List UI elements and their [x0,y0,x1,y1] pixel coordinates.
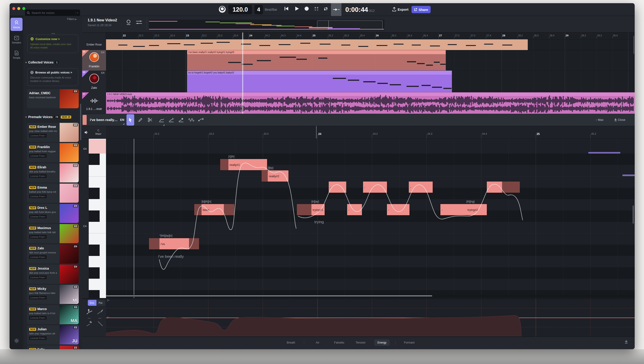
parameter-mode-button[interactable]: Par. [96,300,105,306]
timeline-ruler-label[interactable]: 25.2 [328,34,333,37]
tempo-display[interactable]: 120.0 [228,5,252,14]
piano-keybed[interactable] [89,139,106,298]
scissors-tool-button[interactable] [146,114,154,126]
license-link[interactable]: License Free> [29,316,47,320]
voice-card-franklin[interactable]: NEWFranklinpop ballad funk reggaeLicense… [27,143,79,162]
close-editor-button[interactable]: Close [614,118,625,122]
track-header-instrumental[interactable]: 17 1.9.1 ...-instr [82,92,106,114]
timeline-ruler-label[interactable]: 25.4 [360,34,365,37]
license-link[interactable]: License Free> [29,215,47,218]
black-key[interactable] [89,267,100,279]
auto-scroll-toggle[interactable] [331,3,342,16]
pitch-anchor-tool-button[interactable] [168,114,175,126]
editor-vscrollbar-handle[interactable] [633,206,634,224]
piano-roll-ruler[interactable]: 23.223.323.42424.224.324.42525.2 [106,126,635,139]
timeline-ruler-label[interactable]: 28.3 [534,34,538,37]
clip-instrumental[interactable]: 1.9.1 NEW VIDEO-instr [106,92,635,114]
pitch-transition-tool-button[interactable] [197,114,205,126]
timeline-ruler-label[interactable]: 27.4 [486,34,491,37]
timeline-ruler-label[interactable]: 23.2 [202,34,206,37]
track-header-franklin[interactable]: 15 EN Franklin [82,50,106,70]
curve-scale-tool[interactable] [86,308,93,315]
key-signature-selector[interactable]: CMajor [91,126,106,139]
license-link[interactable]: License Free> [29,154,47,158]
collected-voices-header[interactable]: ▾ Collected Voices 1 [26,60,59,64]
license-link[interactable]: License Free> [29,336,47,340]
black-key[interactable] [89,290,100,298]
close-window-button[interactable] [12,7,15,10]
metronome-dots-icon[interactable] [314,6,319,12]
license-link[interactable]: License Free> [29,276,47,279]
license-link[interactable]: License Free> [29,255,47,259]
tracks-vscrollbar-handle[interactable] [633,36,634,54]
timeline-ruler-label[interactable]: 24.2 [265,34,270,37]
export-button[interactable]: Export [398,8,408,12]
timeline-ruler-label[interactable]: 24.4 [297,34,302,37]
editing-clip-label[interactable]: i've been really… [90,118,118,122]
timeline-ruler-label[interactable]: 29.4 [613,34,618,37]
settings-gear-icon[interactable] [14,338,19,344]
select-tool-button[interactable] [126,114,134,126]
curve-eraser-tool[interactable] [86,320,93,327]
zoom-window-button[interactable] [22,7,25,10]
license-link[interactable]: License Free> [29,194,47,198]
rail-tab-templates[interactable]: Templs [10,48,22,62]
voice-card-marco[interactable]: NEWMarcopop ballad latin lo-fi briLicens… [27,305,79,324]
project-title[interactable]: 1.9.1 New Video2 [88,18,117,22]
maximize-editor-button[interactable]: ↑ Max [596,118,604,122]
black-key[interactable] [89,244,100,256]
voice-card-felix[interactable]: NEWFelixLicense Free>ES [27,346,79,349]
customize-link[interactable]: Customize now > [36,37,60,41]
license-link[interactable]: License Free> [29,174,47,178]
timeline-ruler-label[interactable]: 22.3 [154,34,159,37]
sidebar-scrollbar[interactable] [80,104,81,140]
clip-franklin-vocal[interactable]: i've been really#1 really#2 trying#1 try… [187,50,446,70]
timeline-ruler-label[interactable]: 26.3 [408,34,412,37]
vibrato-tool-button[interactable] [188,114,195,126]
param-tab-air[interactable]: Air [312,340,322,346]
voice-card-adrian_cmdc[interactable]: Adrian_CMDCbass resonant baritoneEN [27,89,79,108]
timeline-ruler-label[interactable]: 29.3 [597,34,602,37]
voice-card-jessica[interactable]: NEWJessicar&b pop soul jazz funk aLicens… [27,264,79,284]
black-key[interactable] [89,154,100,165]
timeline-ruler-label[interactable]: 28 [502,34,505,37]
share-button[interactable]: Share [412,6,430,13]
clip-zalo-vocal[interactable]: try to forget#1 forget#2 you baby#1 baby… [187,70,452,92]
voice-card-micky[interactable]: NEWMickyjazz folk flamenco latinLicense … [27,285,79,304]
timeline-ruler-label[interactable]: 23.3 [218,34,222,37]
voice-card-elirah[interactable]: NEWElirahr&b pop ballad breathyLicense F… [27,163,79,182]
timeline-ruler-label[interactable]: 24 [249,34,252,37]
export-icon[interactable] [392,7,396,12]
minimap-view-window[interactable] [317,20,382,29]
tracks-playhead[interactable] [242,32,243,114]
timeline-ruler-label[interactable]: 22.4 [170,34,175,37]
line-tool[interactable] [97,321,103,327]
time-display[interactable]: 0:00:44:312 [345,6,375,14]
timeline-ruler-label[interactable]: 29.2 [582,34,586,37]
customize-voice-card[interactable]: Customize now > Upload vocal data, creat… [27,34,78,53]
black-key[interactable] [89,210,100,222]
pitch-curve[interactable] [106,139,635,298]
filters-toggle[interactable]: Filters ▸ [67,18,77,21]
energy-envelope-curve[interactable] [106,299,635,337]
pencil-tool-button[interactable] [136,114,144,126]
param-tab-formant[interactable]: Formant [401,340,418,346]
voice-card-maximus[interactable]: NEWMaximuspop ballad latin folk latiLice… [27,224,79,243]
rail-tab-voices[interactable]: Voices [10,18,22,31]
timeline-ruler-label[interactable]: 23.4 [234,34,238,37]
timeline-ruler-label[interactable]: 23 [186,34,189,37]
timeline-ruler-label[interactable]: 28.2 [518,34,523,37]
panel-drag-handle[interactable] [52,33,55,34]
voice-card-ember-rose[interactable]: NEWEmber Rosepop clear ballad edm hoLice… [27,123,79,142]
pitch-eraser-tool-button[interactable] [177,114,185,126]
param-tab-falsetto[interactable]: Falsetto [331,340,347,346]
license-link[interactable]: License Free> [29,134,47,138]
timeline-ruler-label[interactable]: 26 [376,34,379,37]
track-label-ember[interactable]: Ember Rose [82,43,106,46]
avatar[interactable] [90,74,99,83]
timeline-ruler-label[interactable]: 24.3 [281,34,286,37]
mixer-settings-icon[interactable] [136,20,142,25]
record-button[interactable] [304,6,309,11]
timeline-ruler-label[interactable]: 25 [312,34,316,37]
param-tab-energy[interactable]: Energy [374,340,390,346]
